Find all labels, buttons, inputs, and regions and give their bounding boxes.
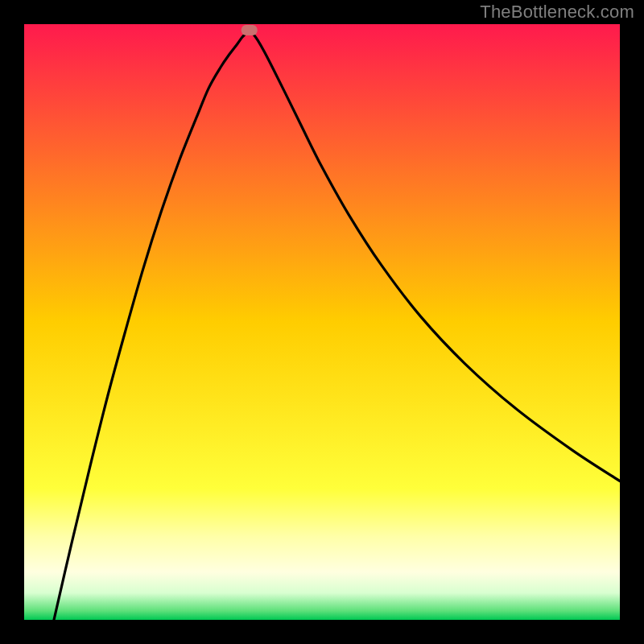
optimum-marker (242, 25, 258, 35)
bottleneck-chart (0, 0, 644, 644)
outer-frame: TheBottleneck.com (0, 0, 644, 644)
plot-background (24, 24, 620, 620)
